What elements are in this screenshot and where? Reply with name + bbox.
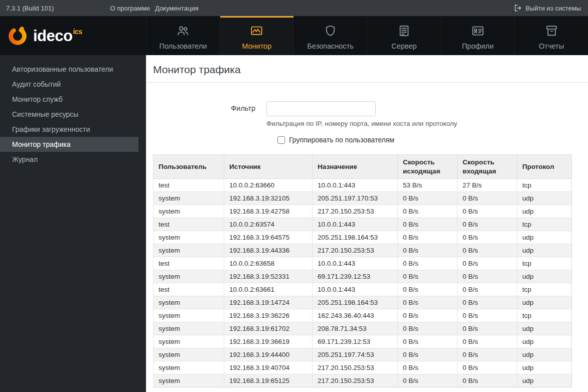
brand-suffix: ics	[73, 28, 82, 36]
filter-help-text: Фильтрация по IP, номеру порта, имени хо…	[266, 120, 457, 127]
table-row: system192.168.3.19:14724205.251.198.164:…	[154, 296, 572, 309]
nav-item-users[interactable]: Пользователи	[146, 16, 220, 55]
table-cell: tcp	[517, 309, 572, 322]
shield-icon	[324, 24, 337, 38]
sidebar-item-traffic-monitor[interactable]: Монитор трафика	[0, 137, 138, 152]
docs-link[interactable]: Документация	[155, 5, 199, 12]
table-cell: 27 B/s	[458, 179, 517, 192]
sidebar-item-log[interactable]: Журнал	[0, 152, 138, 167]
version-label: 7.3.1 (Build 101)	[6, 5, 54, 12]
table-cell: test	[154, 218, 224, 231]
table-row: system192.168.3.19:64575205.251.198.164:…	[154, 231, 572, 244]
table-cell: 0 B/s	[398, 244, 458, 257]
nav-item-monitor[interactable]: Монитор	[220, 16, 293, 55]
table-cell: 0 B/s	[458, 296, 517, 309]
table-cell: 205.251.197.74:53	[313, 348, 398, 361]
table-cell: system	[154, 335, 224, 348]
profiles-icon	[471, 24, 485, 38]
nav-item-security[interactable]: Безопасность	[293, 16, 367, 55]
table-cell: 0 B/s	[458, 361, 517, 374]
group-by-users-row[interactable]: Группировать по пользователям	[277, 136, 588, 144]
table-cell: 0 B/s	[458, 374, 517, 387]
table-row: system192.168.3.19:44336217.20.150.253:5…	[154, 244, 572, 257]
nav-item-server[interactable]: Сервер	[367, 16, 440, 55]
table-cell: 217.20.150.253:53	[313, 244, 398, 257]
table-cell: 0 B/s	[458, 283, 517, 296]
group-by-users-label: Группировать по пользователям	[289, 136, 394, 144]
table-cell: 10.0.0.2:63658	[224, 257, 313, 270]
header-user: Пользователь	[154, 155, 224, 179]
nav-item-reports[interactable]: Отчеты	[514, 16, 588, 55]
table-cell: 0 B/s	[458, 309, 517, 322]
monitor-icon	[250, 24, 263, 38]
table-cell: 205.251.198.164:53	[313, 296, 398, 309]
table-cell: 10.0.0.2:63660	[224, 179, 313, 192]
table-cell: system	[154, 270, 224, 283]
table-cell: udp	[517, 205, 572, 218]
header-speed-in: Скорость входящая	[458, 155, 517, 179]
nav-item-profiles[interactable]: Профили	[440, 16, 514, 55]
sidebar-item-system-resources[interactable]: Системные ресурсы	[0, 107, 138, 122]
nav-label: Сервер	[391, 42, 416, 50]
table-cell: test	[154, 283, 224, 296]
table-cell: 217.20.150.253:53	[313, 374, 398, 387]
table-cell: system	[154, 192, 224, 205]
table-cell: 0 B/s	[398, 348, 458, 361]
content-area: Монитор трафика Фильтр Фильтрация по IP,…	[146, 55, 588, 392]
table-cell: 0 B/s	[398, 192, 458, 205]
table-cell: tcp	[517, 218, 572, 231]
table-cell: system	[154, 231, 224, 244]
group-by-users-checkbox[interactable]	[277, 136, 285, 144]
table-cell: 0 B/s	[398, 361, 458, 374]
header-speed-out: Скорость исходящая	[398, 155, 458, 179]
table-cell: tcp	[517, 283, 572, 296]
table-cell: 0 B/s	[458, 205, 517, 218]
brand-logo[interactable]: idecoics	[0, 16, 146, 55]
table-cell: tcp	[517, 257, 572, 270]
table-cell: 0 B/s	[398, 283, 458, 296]
table-row: system192.168.3.19:42758217.20.150.253:5…	[154, 205, 572, 218]
header-protocol: Протокол	[517, 155, 572, 179]
table-cell: 192.168.3.19:32105	[224, 192, 313, 205]
table-cell: 10.0.0.1:443	[313, 283, 398, 296]
table-cell: udp	[517, 322, 572, 335]
filter-input[interactable]	[266, 101, 376, 116]
table-cell: udp	[517, 361, 572, 374]
reports-icon	[545, 24, 558, 38]
brand-name: idecoics	[33, 28, 82, 44]
about-link[interactable]: О программе	[110, 5, 150, 12]
sidebar-item-load-graphs[interactable]: Графики загруженности	[0, 122, 138, 137]
table-row: system192.168.3.19:36226162.243.36.40:44…	[154, 309, 572, 322]
sidebar-item-event-audit[interactable]: Аудит событий	[0, 77, 138, 92]
table-cell: udp	[517, 231, 572, 244]
table-cell: 69.171.239.12:53	[313, 335, 398, 348]
table-cell: system	[154, 205, 224, 218]
table-cell: 0 B/s	[458, 348, 517, 361]
logout-button[interactable]: Выйти из системы	[514, 4, 581, 12]
ideco-logo-icon	[6, 24, 29, 47]
table-cell: test	[154, 257, 224, 270]
sidebar-item-services-monitor[interactable]: Монитор служб	[0, 92, 138, 107]
table-cell: 0 B/s	[398, 309, 458, 322]
table-header-row: Пользователь Источник Назначение Скорост…	[154, 155, 572, 179]
table-row: system192.168.3.19:32105205.251.197.170:…	[154, 192, 572, 205]
page-title: Монитор трафика	[146, 55, 588, 83]
table-cell: 0 B/s	[458, 244, 517, 257]
table-cell: 0 B/s	[458, 192, 517, 205]
sidebar-item-authorized-users[interactable]: Авторизованные пользователи	[0, 62, 138, 77]
logout-icon	[514, 4, 522, 12]
table-cell: 192.168.3.19:42758	[224, 205, 313, 218]
table-row: test10.0.0.2:6365810.0.0.1:4430 B/s0 B/s…	[154, 257, 572, 270]
server-icon	[397, 24, 411, 38]
table-cell: system	[154, 348, 224, 361]
table-cell: 10.0.0.2:63661	[224, 283, 313, 296]
table-cell: udp	[517, 192, 572, 205]
table-cell: 217.20.150.253:53	[313, 361, 398, 374]
table-cell: 192.168.3.19:36619	[224, 335, 313, 348]
table-cell: 0 B/s	[398, 322, 458, 335]
table-cell: system	[154, 322, 224, 335]
table-row: system192.168.3.19:44400205.251.197.74:5…	[154, 348, 572, 361]
table-cell: 10.0.0.2:63574	[224, 218, 313, 231]
nav-label: Профили	[462, 42, 494, 50]
table-cell: system	[154, 296, 224, 309]
